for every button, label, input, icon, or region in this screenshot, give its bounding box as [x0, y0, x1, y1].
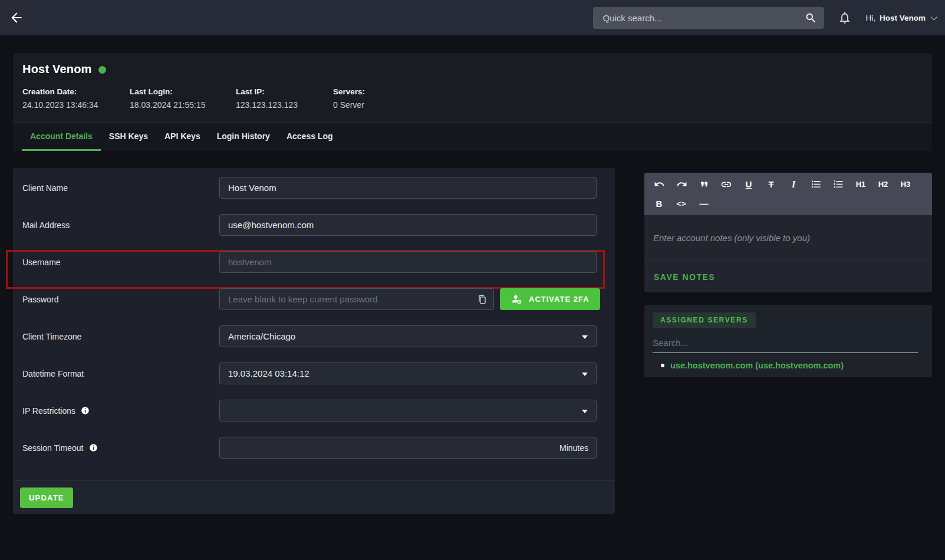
- copy-icon[interactable]: [476, 294, 488, 305]
- stat-last-login: Last Login: 18.03.2024 21:55:15: [130, 87, 236, 110]
- account-stats: Creation Date: 24.10.2023 13:46:34 Last …: [22, 87, 923, 110]
- user-menu[interactable]: Hi, Host Venom: [865, 14, 939, 22]
- account-details-form: Client Name Mail Address Username P: [13, 168, 615, 514]
- chevron-down-icon: [931, 14, 937, 20]
- mail-address-input[interactable]: [219, 214, 597, 236]
- top-bar: Hi, Host Venom: [0, 0, 945, 35]
- stat-creation-date: Creation Date: 24.10.2023 13:46:34: [22, 87, 130, 110]
- editor-toolbar: U T I H1 H2 H3 B <> —: [644, 173, 932, 215]
- search-icon[interactable]: [805, 12, 817, 24]
- update-button[interactable]: UPDATE: [20, 487, 73, 508]
- search-input[interactable]: [602, 13, 805, 23]
- client-name-row: Client Name: [22, 177, 597, 199]
- password-input[interactable]: [219, 288, 494, 310]
- info-icon[interactable]: [81, 406, 90, 415]
- quick-search: [593, 7, 824, 29]
- tab-api-keys[interactable]: API Keys: [156, 123, 209, 151]
- session-timeout-label: Session Timeout: [22, 443, 219, 453]
- code-icon[interactable]: <>: [670, 195, 693, 213]
- session-timeout-input[interactable]: [219, 437, 597, 459]
- tab-ssh-keys[interactable]: SSH Keys: [101, 123, 156, 151]
- online-status-dot: [98, 66, 106, 74]
- ip-restrictions-row: IP Restrictions: [22, 400, 597, 421]
- account-summary: Host Venom Creation Date: 24.10.2023 13:…: [13, 53, 932, 122]
- caret-down-icon: [582, 410, 588, 413]
- bullet-list-icon[interactable]: [805, 176, 827, 193]
- ip-restrictions-label: IP Restrictions: [22, 406, 219, 416]
- client-timezone-row: Client Timezone America/Chicago: [22, 325, 597, 347]
- tab-login-history[interactable]: Login History: [209, 123, 278, 151]
- bullet-icon: [661, 364, 664, 367]
- session-timeout-row: Session Timeout Minutes: [22, 437, 597, 459]
- tab-bar: Account Details SSH Keys API Keys Login …: [13, 122, 932, 151]
- datetime-format-label: Datetime Format: [22, 369, 219, 378]
- datetime-format-select[interactable]: 19.03.2024 03:14:12: [219, 363, 597, 384]
- minutes-suffix: Minutes: [559, 443, 588, 453]
- bell-icon: [838, 11, 852, 25]
- stat-servers: Servers: 0 Server: [333, 87, 365, 110]
- h1-button[interactable]: H1: [849, 176, 872, 193]
- password-row: Password ACTIVATE 2FA: [22, 288, 597, 310]
- italic-icon[interactable]: I: [782, 176, 805, 193]
- tab-account-details[interactable]: Account Details: [22, 123, 101, 151]
- back-button[interactable]: [0, 0, 33, 35]
- h3-button[interactable]: H3: [894, 176, 917, 193]
- ip-restrictions-select[interactable]: [219, 400, 597, 421]
- page-title: Host Venom: [22, 62, 92, 76]
- client-timezone-label: Client Timezone: [22, 332, 219, 341]
- assigned-servers-badge: ASSIGNED SERVERS: [653, 312, 756, 328]
- username-input[interactable]: [219, 251, 597, 273]
- stat-last-ip: Last IP: 123.123.123.123: [236, 87, 333, 110]
- redo-icon[interactable]: [670, 176, 693, 193]
- assigned-servers-panel: ASSIGNED SERVERS use.hostvenom.com (use.…: [644, 305, 932, 377]
- mail-address-label: Mail Address: [22, 220, 219, 230]
- activate-2fa-button[interactable]: ACTIVATE 2FA: [500, 288, 600, 310]
- page: Hi, Host Venom Host Venom Creation Date:…: [0, 0, 945, 560]
- notes-textarea[interactable]: Enter account notes (only visible to you…: [644, 215, 932, 261]
- caret-down-icon: [582, 373, 588, 376]
- username-row: Username: [22, 251, 597, 273]
- account-notes-editor: U T I H1 H2 H3 B <> — Enter account note…: [644, 173, 932, 292]
- tab-access-log[interactable]: Access Log: [278, 123, 341, 151]
- notifications-button[interactable]: [837, 10, 852, 25]
- bold-icon[interactable]: B: [648, 195, 670, 213]
- info-icon[interactable]: [89, 443, 98, 452]
- client-name-input[interactable]: [219, 177, 597, 199]
- datetime-format-row: Datetime Format 19.03.2024 03:14:12: [22, 363, 597, 384]
- account-header-card: Host Venom Creation Date: 24.10.2023 13:…: [13, 53, 932, 151]
- h2-button[interactable]: H2: [872, 176, 894, 193]
- link-icon[interactable]: [715, 176, 737, 193]
- username-label: Username: [22, 258, 219, 267]
- save-notes-button[interactable]: SAVE NOTES: [644, 261, 932, 292]
- user-name: Host Venom: [880, 14, 926, 22]
- arrow-left-icon: [9, 10, 24, 25]
- undo-icon[interactable]: [648, 176, 670, 193]
- client-timezone-select[interactable]: America/Chicago: [219, 325, 597, 347]
- form-footer: UPDATE: [13, 480, 615, 514]
- person-2fa-icon: [511, 293, 523, 305]
- caret-down-icon: [582, 335, 588, 339]
- horizontal-rule-icon[interactable]: —: [693, 195, 715, 213]
- greeting-text: Hi,: [865, 14, 875, 22]
- strikethrough-icon[interactable]: T: [760, 176, 782, 193]
- client-name-label: Client Name: [22, 183, 219, 193]
- underline-icon[interactable]: U: [737, 176, 760, 193]
- mail-address-row: Mail Address: [22, 214, 597, 236]
- password-label: Password: [22, 295, 219, 304]
- servers-search-input[interactable]: [653, 335, 918, 353]
- ordered-list-icon[interactable]: [827, 176, 849, 193]
- blockquote-icon[interactable]: [693, 176, 715, 193]
- server-list-item: use.hostvenom.com (use.hostvenom.com): [653, 361, 924, 370]
- server-link[interactable]: use.hostvenom.com (use.hostvenom.com): [670, 361, 844, 370]
